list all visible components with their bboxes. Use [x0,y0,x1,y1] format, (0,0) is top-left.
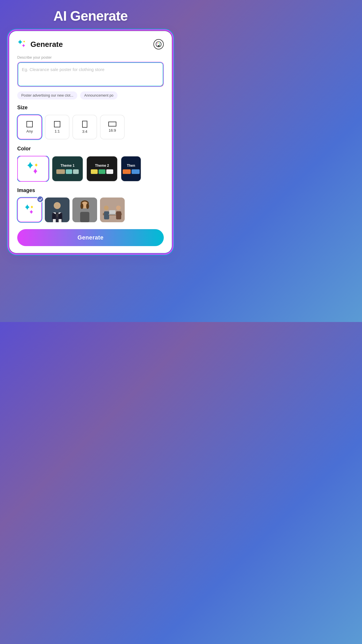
svg-rect-19 [80,212,89,222]
sparkle-icon [17,39,28,49]
card-header-left: Generate [17,39,63,49]
size-3x4[interactable]: 3:4 [72,115,97,139]
size-any-icon [26,121,33,127]
poster-description-input[interactable] [17,62,164,87]
size-3x4-label: 3:4 [82,129,87,134]
size-16x9-label: 16:9 [109,128,116,133]
color-theme1-option[interactable]: Theme 1 [52,156,83,182]
size-16x9[interactable]: 16:9 [100,115,125,139]
svg-rect-25 [116,211,121,219]
image-ai-option[interactable] [17,198,42,222]
theme2-swatch2 [99,169,105,174]
size-any[interactable]: Any [17,115,42,139]
theme3-swatches [123,169,140,174]
generate-card: Generate Describe your poster Poster adv… [8,30,173,254]
suggestion-chip-2[interactable]: Announcement po [80,91,117,99]
size-1x1-label: 1:1 [55,129,60,133]
size-3x4-icon [82,121,87,128]
image-thumb-3[interactable] [100,198,125,222]
theme3-swatch1 [123,169,131,174]
size-any-label: Any [26,129,33,133]
suggestion-chips: Poster advertising our new clot... Annou… [17,91,164,99]
images-section-title: Images [17,187,164,193]
theme3-label: Then [127,164,135,168]
theme2-swatch3 [106,169,113,174]
theme2-label: Theme 2 [95,164,109,168]
color-section-title: Color [17,146,164,152]
svg-point-1 [157,43,158,44]
theme3-swatch2 [132,169,140,174]
size-section-title: Size [17,105,164,111]
page-title: AI Generate [53,8,128,24]
input-label: Describe your poster [17,55,164,60]
size-1x1-icon [54,121,60,127]
suggestion-chip-1[interactable]: Poster advertising our new clot... [17,91,77,99]
svg-rect-26 [109,210,115,214]
image-options [17,198,164,222]
svg-point-3 [159,43,160,44]
size-16x9-icon [108,122,116,126]
svg-rect-23 [104,211,109,219]
color-options: Theme 1 Theme 2 Then [17,156,164,182]
color-section: Color Theme 1 [17,146,164,182]
card-title: Generate [30,40,63,49]
color-theme2-option[interactable]: Theme 2 [86,156,118,182]
theme2-swatch1 [91,169,98,174]
theme1-label: Theme 1 [61,164,75,168]
theme1-swatch2 [66,169,72,174]
svg-point-24 [116,206,121,210]
image-ai-check-badge [37,196,44,203]
size-options: Any 1:1 3:4 16:9 [17,115,164,139]
svg-point-6 [54,202,61,209]
size-1x1[interactable]: 1:1 [45,115,70,139]
svg-point-22 [104,206,109,210]
svg-point-4 [159,44,160,45]
theme1-swatches [56,169,79,174]
theme2-swatches [91,169,113,174]
ai-sparkles [25,161,41,177]
card-header: Generate [17,39,164,49]
svg-point-2 [158,43,159,44]
svg-point-18 [86,203,89,209]
theme1-swatch1 [56,169,65,174]
generate-button[interactable]: Generate [17,229,164,246]
color-theme3-option[interactable]: Then [121,156,141,182]
color-ai-option[interactable] [17,156,49,182]
images-section: Images [17,187,164,222]
palette-button[interactable] [153,39,164,49]
svg-point-17 [80,203,83,209]
image-thumb-1[interactable] [45,198,70,222]
svg-rect-27 [109,214,116,215]
image-thumb-2[interactable] [72,198,97,222]
theme1-swatch3 [73,169,79,174]
